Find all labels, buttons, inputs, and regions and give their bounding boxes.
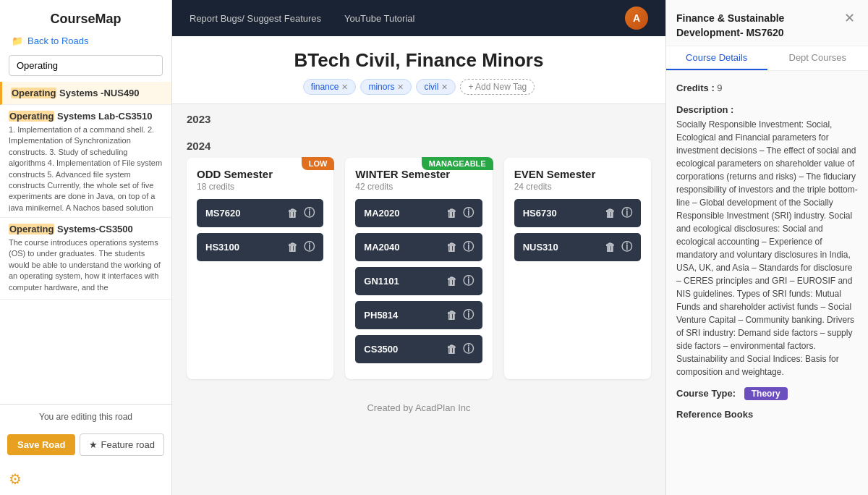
sidebar-course-item[interactable]: Operating Systems-CS3500The course intro… [0, 218, 171, 300]
delete-icon[interactable]: 🗑 [446, 241, 457, 253]
feature-road-button[interactable]: ★ Feature road [80, 433, 163, 456]
course-card[interactable]: GN1101 🗑 ⓘ [355, 267, 482, 295]
course-card[interactable]: MS7620 🗑 ⓘ [197, 199, 323, 227]
course-card[interactable]: CS3500 🗑 ⓘ [355, 335, 482, 363]
tag-remove-icon[interactable]: ✕ [397, 82, 404, 92]
tags-row: finance ✕minors ✕civil ✕+ Add New Tag [195, 79, 642, 95]
back-arrow-icon: 📁 [12, 35, 23, 46]
youtube-tutorial-link[interactable]: YouTube Tutorial [344, 13, 414, 24]
description-value: Socially Responsible Investment: Social,… [676, 118, 858, 378]
close-panel-button[interactable]: ✕ [841, 12, 858, 25]
course-code: HS3100 [205, 242, 239, 253]
panel-tab-course-details[interactable]: Course Details [666, 46, 767, 70]
add-tag-button[interactable]: + Add New Tag [460, 79, 535, 95]
main-content: Report Bugs/ Suggest Features YouTube Tu… [172, 0, 665, 495]
back-to-roads-link[interactable]: 📁 Back to Roads [0, 33, 171, 52]
tag-item[interactable]: finance ✕ [303, 79, 357, 95]
course-code: GN1101 [364, 276, 399, 287]
delete-icon[interactable]: 🗑 [446, 207, 457, 219]
road-scroll[interactable]: 20232024LOWODD Semester18 creditsMS7620 … [172, 104, 665, 495]
info-icon[interactable]: ⓘ [463, 274, 474, 288]
semester-badge: LOW [302, 157, 335, 170]
course-card[interactable]: MA2020 🗑 ⓘ [355, 199, 482, 227]
delete-icon[interactable]: 🗑 [446, 343, 457, 355]
course-actions: 🗑 ⓘ [446, 308, 474, 322]
tag-label: minors [368, 82, 394, 92]
delete-icon[interactable]: 🗑 [287, 207, 298, 219]
search-input[interactable] [9, 55, 163, 76]
semester-name: EVEN Semester [514, 168, 641, 180]
info-icon[interactable]: ⓘ [463, 240, 474, 254]
course-actions: 🗑 ⓘ [287, 240, 315, 254]
semester-name: ODD Semester [197, 168, 323, 180]
info-icon[interactable]: ⓘ [304, 206, 315, 220]
course-code: NUS310 [523, 242, 558, 253]
semester-card: EVEN Semester24 creditsHS6730 🗑 ⓘ NUS310… [504, 158, 651, 379]
course-suffix: Systems-CS3500 [54, 224, 132, 234]
tag-label: finance [311, 82, 339, 92]
report-bugs-link[interactable]: Report Bugs/ Suggest Features [190, 13, 321, 24]
tag-item[interactable]: civil ✕ [416, 79, 456, 95]
course-code: HS6730 [523, 208, 557, 219]
course-type-label: Course Type: [676, 388, 736, 399]
course-type-field: Course Type: Theory [676, 387, 858, 400]
panel-tabs: Course DetailsDept Courses [666, 46, 868, 71]
star-icon: ★ [89, 439, 98, 450]
tag-remove-icon[interactable]: ✕ [441, 82, 448, 92]
save-road-button[interactable]: Save Road [7, 434, 75, 455]
course-code: CS3500 [364, 344, 398, 355]
editing-label: You are editing this road [0, 404, 171, 429]
description-field: Description : Socially Responsible Inves… [676, 104, 858, 378]
course-suffix: Systems -NUS490 [56, 88, 139, 98]
course-card[interactable]: HS6730 🗑 ⓘ [514, 199, 641, 227]
course-suffix: Systems Lab-CS3510 [54, 111, 152, 122]
tag-item[interactable]: minors ✕ [360, 79, 412, 95]
avatar-letter: A [633, 12, 640, 24]
course-actions: 🗑 ⓘ [446, 274, 474, 288]
course-card[interactable]: HS3100 🗑 ⓘ [197, 233, 323, 261]
info-icon[interactable]: ⓘ [463, 206, 474, 220]
course-code: MS7620 [205, 208, 240, 219]
gear-icon[interactable]: ⚙ [0, 463, 171, 495]
course-highlight: Operating [11, 88, 56, 98]
semester-credits: 18 credits [197, 182, 323, 192]
right-panel: Finance & Sustainable Development- MS762… [665, 0, 868, 495]
course-actions: 🗑 ⓘ [446, 206, 474, 220]
course-actions: 🗑 ⓘ [446, 342, 474, 356]
year-section: 2024 [172, 131, 665, 152]
semesters-row: LOWODD Semester18 creditsMS7620 🗑 ⓘ HS31… [172, 158, 665, 391]
course-card[interactable]: NUS310 🗑 ⓘ [514, 233, 641, 261]
info-icon[interactable]: ⓘ [621, 206, 632, 220]
delete-icon[interactable]: 🗑 [446, 275, 457, 287]
course-card[interactable]: MA2040 🗑 ⓘ [355, 233, 482, 261]
info-icon[interactable]: ⓘ [304, 240, 315, 254]
theory-badge: Theory [744, 387, 788, 400]
road-title: BTech Civil, Finance Minors [195, 49, 642, 72]
sidebar-course-item[interactable]: Operating Systems -NUS490 [0, 82, 171, 105]
semester-card: LOWODD Semester18 creditsMS7620 🗑 ⓘ HS31… [187, 158, 333, 379]
info-icon[interactable]: ⓘ [463, 308, 474, 322]
course-description: 1. Implementation of a command shell. 2.… [9, 124, 163, 211]
course-description: The course introduces operations systems… [9, 237, 163, 293]
course-code: PH5814 [364, 310, 398, 321]
course-code: MA2040 [364, 242, 399, 253]
tag-remove-icon[interactable]: ✕ [341, 82, 348, 92]
sidebar: CourseMap 📁 Back to Roads Operating Syst… [0, 0, 172, 495]
info-icon[interactable]: ⓘ [621, 240, 632, 254]
delete-icon[interactable]: 🗑 [287, 241, 298, 253]
delete-icon[interactable]: 🗑 [605, 241, 616, 253]
semester-card: MANAGEABLEWINTER Semester42 creditsMA202… [345, 158, 492, 379]
top-navbar: Report Bugs/ Suggest Features YouTube Tu… [172, 0, 665, 36]
course-actions: 🗑 ⓘ [287, 206, 315, 220]
panel-tab-dept-courses[interactable]: Dept Courses [767, 46, 869, 70]
delete-icon[interactable]: 🗑 [446, 309, 457, 321]
course-highlight: Operating [9, 111, 54, 122]
user-avatar[interactable]: A [625, 7, 648, 30]
info-icon[interactable]: ⓘ [463, 342, 474, 356]
tag-label: civil [424, 82, 438, 92]
course-card[interactable]: PH5814 🗑 ⓘ [355, 301, 482, 329]
delete-icon[interactable]: 🗑 [605, 207, 616, 219]
course-code: MA2020 [364, 208, 399, 219]
course-actions: 🗑 ⓘ [605, 206, 632, 220]
sidebar-course-item[interactable]: Operating Systems Lab-CS35101. Implement… [0, 105, 171, 218]
